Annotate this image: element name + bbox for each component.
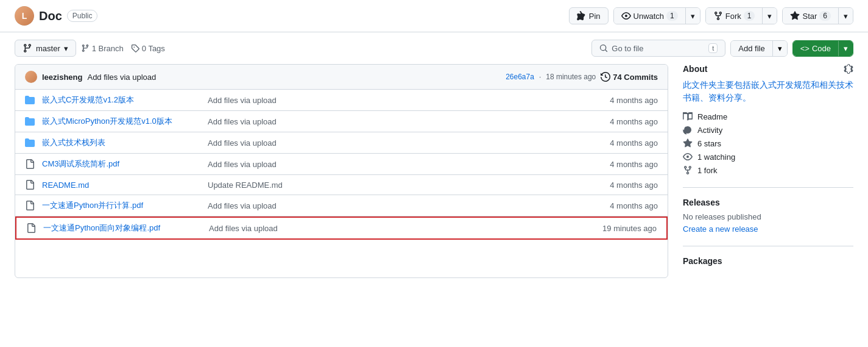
visibility-badge: Public xyxy=(67,10,98,22)
commit-meta: 26e6a7a · 18 minutes ago 74 Commits xyxy=(506,72,658,82)
branch-selector[interactable]: master ▾ xyxy=(15,40,76,57)
fork-sidebar-label: 1 fork xyxy=(697,166,718,175)
eye-icon xyxy=(621,11,631,21)
stars-label: 6 stars xyxy=(697,139,721,148)
fork-dropdown[interactable]: ▾ xyxy=(762,8,777,24)
search-placeholder: Go to file xyxy=(612,44,705,53)
unwatch-split-button: Unwatch 1 ▾ xyxy=(613,7,700,24)
activity-icon xyxy=(683,125,693,135)
pin-icon xyxy=(577,11,587,21)
book-icon xyxy=(683,112,693,121)
commit-message: Add files via upload xyxy=(87,73,156,82)
author-avatar xyxy=(25,71,37,83)
unwatch-dropdown[interactable]: ▾ xyxy=(685,8,700,24)
history-icon xyxy=(601,72,610,82)
fork-sidebar-item[interactable]: 1 fork xyxy=(683,165,853,175)
code-split-button: <> Code ▾ xyxy=(792,40,853,57)
commits-link[interactable]: 74 Commits xyxy=(601,72,658,82)
watching-label: 1 watching xyxy=(697,152,735,162)
file-rows-container: 嵌入式C开发规范v1.2版本Add files via upload4 mont… xyxy=(15,90,668,240)
table-row: 一文速通Python并行计算.pdfAdd files via upload4 … xyxy=(15,195,668,216)
repo-title: L Doc Public xyxy=(15,6,97,26)
code-dropdown[interactable]: ▾ xyxy=(838,41,853,56)
search-icon xyxy=(599,44,608,52)
repo-name: Doc xyxy=(39,9,62,23)
file-commit-message: Add files via upload xyxy=(208,138,602,148)
activity-item[interactable]: Activity xyxy=(683,125,853,135)
table-row: 一文速通Python面向对象编程.pdfAdd files via upload… xyxy=(15,216,668,240)
branch-icon xyxy=(23,43,32,53)
search-box[interactable]: Go to file t xyxy=(591,40,725,57)
file-commit-message: Add files via upload xyxy=(208,117,602,126)
stars-item[interactable]: 6 stars xyxy=(683,138,853,148)
author-name[interactable]: leezisheng xyxy=(42,73,82,82)
fork-icon xyxy=(713,11,723,21)
file-commit-message: Add files via upload xyxy=(208,160,602,169)
star-count: 6 xyxy=(819,11,831,21)
fork-split-button: Fork 1 ▾ xyxy=(705,7,778,24)
star-button[interactable]: Star 6 xyxy=(783,8,838,24)
add-file-split-button: Add file ▾ xyxy=(730,40,787,57)
file-name[interactable]: 嵌入式技术栈列表 xyxy=(42,137,200,148)
add-file-dropdown[interactable]: ▾ xyxy=(772,41,787,56)
unwatch-count: 1 xyxy=(666,11,678,21)
search-kbd: t xyxy=(708,43,718,53)
fork-count: 1 xyxy=(744,11,755,21)
readme-item[interactable]: Readme xyxy=(683,112,853,121)
about-description: 此文件夹主要包括嵌入式开发规范和相关技术书籍、资料分享。 xyxy=(683,79,853,104)
gear-icon[interactable] xyxy=(844,64,853,74)
packages-section: Packages xyxy=(683,256,853,266)
file-name[interactable]: 嵌入式C开发规范v1.2版本 xyxy=(42,95,200,106)
table-row: CM3调试系统简析.pdfAdd files via upload4 month… xyxy=(15,154,668,175)
star-dropdown[interactable]: ▾ xyxy=(838,8,853,24)
code-button[interactable]: <> Code xyxy=(793,41,838,56)
toolbar: master ▾ 1 Branch 0 Tags Go to file t Ad… xyxy=(0,32,868,64)
file-name[interactable]: 一文速通Python面向对象编程.pdf xyxy=(43,223,202,234)
file-time: 4 months ago xyxy=(610,201,658,210)
folder-icon xyxy=(25,95,35,105)
eye-sidebar-icon xyxy=(683,152,693,162)
releases-title: Releases xyxy=(683,198,853,207)
file-time: 4 months ago xyxy=(610,181,658,190)
star-icon xyxy=(790,11,800,21)
file-commit-message: Update README.md xyxy=(208,181,602,190)
tags-count-label: 0 Tags xyxy=(142,44,165,53)
file-name[interactable]: README.md xyxy=(42,181,200,190)
readme-label: Readme xyxy=(697,112,727,121)
unwatch-button[interactable]: Unwatch 1 xyxy=(614,8,685,24)
activity-label: Activity xyxy=(697,126,722,135)
main-content: leezisheng Add files via upload 26e6a7a … xyxy=(0,64,868,293)
tags-count-item[interactable]: 0 Tags xyxy=(131,44,165,53)
commit-bar: leezisheng Add files via upload 26e6a7a … xyxy=(15,65,668,90)
add-file-label: Add file xyxy=(738,44,764,53)
file-icon xyxy=(25,201,35,210)
fork-label: Fork xyxy=(725,12,741,21)
meta-info: 1 Branch 0 Tags xyxy=(81,44,165,53)
about-title: About xyxy=(683,64,707,74)
top-bar: L Doc Public Pin Unwatch 1 ▾ Fork 1 ▾ xyxy=(0,0,868,32)
releases-section: Releases No releases published Create a … xyxy=(683,198,853,234)
sidebar: About 此文件夹主要包括嵌入式开发规范和相关技术书籍、资料分享。 Readm… xyxy=(683,64,853,278)
star-label: Star xyxy=(802,12,817,21)
commit-author: leezisheng Add files via upload xyxy=(25,71,156,83)
file-icon xyxy=(26,223,36,233)
branch-chevron: ▾ xyxy=(64,44,68,53)
commit-hash[interactable]: 26e6a7a xyxy=(506,73,534,81)
pin-button[interactable]: Pin xyxy=(569,7,609,24)
create-release-link[interactable]: Create a new release xyxy=(683,224,758,234)
file-time: 4 months ago xyxy=(610,160,658,169)
file-time: 4 months ago xyxy=(610,117,658,126)
file-name[interactable]: 一文速通Python并行计算.pdf xyxy=(42,200,200,211)
watching-item[interactable]: 1 watching xyxy=(683,152,853,162)
add-file-button[interactable]: Add file xyxy=(731,41,772,56)
table-row: 嵌入式技术栈列表Add files via upload4 months ago xyxy=(15,132,668,154)
no-releases-text: No releases published xyxy=(683,212,853,221)
branch-count-label: 1 Branch xyxy=(92,44,124,53)
file-name[interactable]: CM3调试系统简析.pdf xyxy=(42,159,200,170)
branch-label: master xyxy=(36,44,60,53)
fork-button[interactable]: Fork 1 xyxy=(706,8,763,24)
branch-count-item[interactable]: 1 Branch xyxy=(81,44,124,53)
table-row: 嵌入式C开发规范v1.2版本Add files via upload4 mont… xyxy=(15,90,668,111)
avatar: L xyxy=(15,6,34,26)
file-name[interactable]: 嵌入式MicroPython开发规范v1.0版本 xyxy=(42,116,200,127)
